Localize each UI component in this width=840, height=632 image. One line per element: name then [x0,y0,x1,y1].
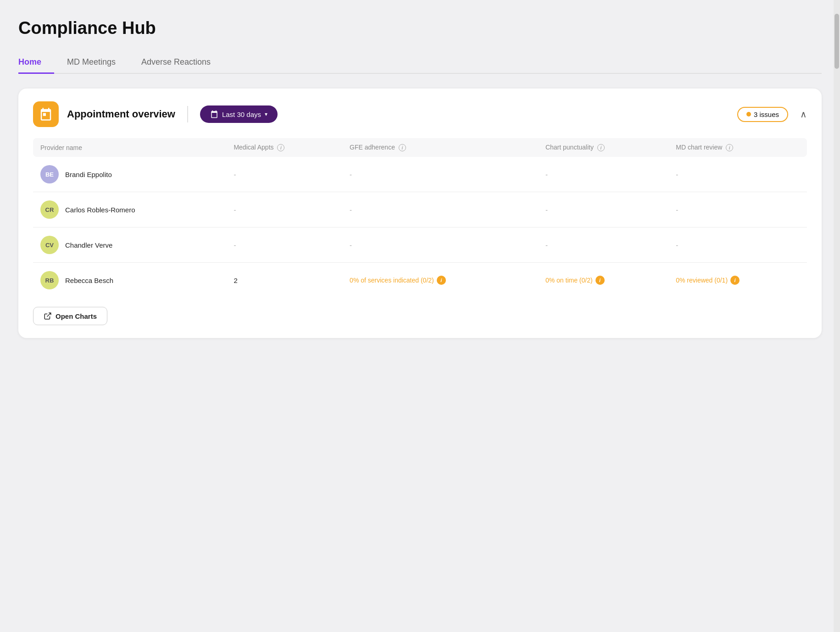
chart-punctuality-info-icon[interactable]: i [597,144,605,151]
md-review-cr: - [668,192,807,227]
appointment-icon [33,101,59,127]
medical-appts-info-icon[interactable]: i [277,144,284,151]
date-filter-calendar-icon [210,110,218,118]
date-filter-label: Last 30 days [222,111,261,118]
gfe-cv: - [342,227,538,263]
open-charts-label: Open Charts [56,312,97,320]
chart-punctuality-rb-info-icon[interactable]: i [595,276,605,285]
page-title: Compliance Hub [18,18,822,38]
gfe-info-icon[interactable]: i [399,144,406,151]
tab-home[interactable]: Home [18,53,54,74]
provider-cell-cr: CR Carlos Robles-Romero [33,192,226,227]
calendar-icon [39,107,53,121]
gfe-cr: - [342,192,538,227]
avatar-rb: RB [40,271,59,289]
table-row: CR Carlos Robles-Romero - - - - [33,192,807,227]
md-review-be: - [668,157,807,192]
provider-cell-cv: CV Chandler Verve [33,227,226,263]
tab-md-meetings[interactable]: MD Meetings [54,53,128,74]
col-provider: Provider name [33,138,226,157]
scrollbar-thumb[interactable] [834,14,839,69]
chart-punctuality-cr: - [538,192,668,227]
issues-badge: 3 issues [737,107,788,122]
provider-name-cr: Carlos Robles-Romero [65,205,135,215]
tab-adverse-reactions[interactable]: Adverse Reactions [128,53,223,74]
issues-count: 3 issues [754,111,779,118]
gfe-rb: 0% of services indicated (0/2) i [342,263,538,298]
medical-appts-cr: - [226,192,342,227]
table-row: BE Brandi Eppolito - - - - [33,157,807,192]
gfe-rb-info-icon[interactable]: i [437,276,446,285]
avatar-cv: CV [40,236,59,254]
provider-name-be: Brandi Eppolito [65,170,112,179]
col-medical-appts: Medical Appts i [226,138,342,157]
card-header: Appointment overview Last 30 days ▾ 3 is… [33,101,807,127]
chart-punctuality-rb: 0% on time (0/2) i [538,263,668,298]
medical-appts-rb: 2 [226,263,342,298]
date-filter-button[interactable]: Last 30 days ▾ [200,105,278,123]
provider-name-cv: Chandler Verve [65,240,112,250]
card-title: Appointment overview [67,108,175,120]
table-row: RB Rebecca Besch 2 0% of services indica… [33,263,807,298]
col-md-review: MD chart review i [668,138,807,157]
chart-punctuality-be: - [538,157,668,192]
collapse-button[interactable]: ∧ [800,109,807,120]
table-header-row: Provider name Medical Appts i GFE adhere… [33,138,807,157]
gfe-be: - [342,157,538,192]
col-chart-punctuality: Chart punctuality i [538,138,668,157]
provider-cell-rb: RB Rebecca Besch [33,263,226,298]
md-review-rb: 0% reviewed (0/1) i [668,263,807,298]
header-divider [187,106,188,122]
appointments-table: Provider name Medical Appts i GFE adhere… [33,138,807,298]
provider-name-rb: Rebecca Besch [65,276,113,285]
tab-bar: Home MD Meetings Adverse Reactions [18,53,822,74]
avatar-be: BE [40,165,59,183]
issues-dot [746,112,751,116]
svg-line-0 [47,313,51,317]
md-review-cv: - [668,227,807,263]
medical-appts-be: - [226,157,342,192]
open-charts-button[interactable]: Open Charts [33,307,107,325]
chart-punctuality-cv: - [538,227,668,263]
md-review-rb-info-icon[interactable]: i [730,276,740,285]
open-charts-icon [44,312,52,320]
avatar-cr: CR [40,200,59,219]
medical-appts-cv: - [226,227,342,263]
col-gfe: GFE adherence i [342,138,538,157]
table-row: CV Chandler Verve - - - - [33,227,807,263]
scrollbar-track[interactable] [834,0,840,632]
appointment-overview-card: Appointment overview Last 30 days ▾ 3 is… [18,89,822,338]
md-review-info-icon[interactable]: i [726,144,733,151]
chevron-down-icon: ▾ [265,111,267,117]
provider-cell-be: BE Brandi Eppolito [33,157,226,192]
